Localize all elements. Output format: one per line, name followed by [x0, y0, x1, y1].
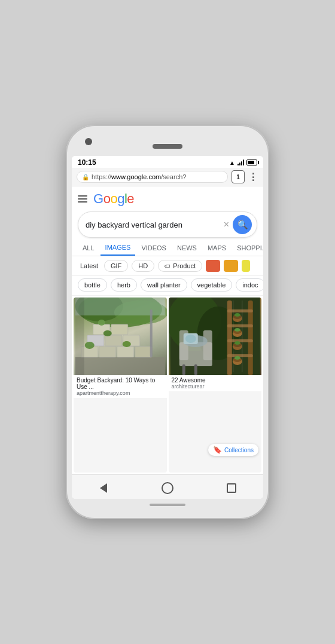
image-cinder-blocks — [74, 298, 167, 375]
status-time: 10:15 — [78, 158, 96, 167]
nav-home-btn[interactable] — [159, 480, 176, 496]
tab-images[interactable]: IMAGES — [100, 240, 136, 256]
chip-vegetable[interactable]: vegetable — [191, 278, 233, 292]
status-bar: 10:15 ▲ — [72, 156, 263, 168]
tab-maps[interactable]: MAPS — [203, 241, 231, 255]
suggestion-row: bottle herb wall planter vegetable indoc — [72, 276, 263, 296]
search-tabs: ALL IMAGES VIDEOS NEWS MAPS SHOPPI... — [72, 240, 263, 256]
color-swatch-yellow[interactable] — [242, 260, 250, 272]
tag-icon: 🏷 — [165, 263, 170, 269]
svg-point-50 — [185, 335, 196, 343]
collections-badge[interactable]: 🔖 Collections — [208, 444, 258, 456]
svg-rect-47 — [182, 364, 185, 375]
google-header: Google — [72, 186, 263, 209]
bottom-nav — [72, 474, 263, 499]
svg-point-17 — [123, 341, 131, 347]
svg-rect-45 — [203, 330, 212, 360]
filter-product-label: Product — [173, 262, 196, 269]
url-path: /search? — [161, 173, 186, 180]
search-box[interactable]: diy backyard vertical garden × 🔍 — [78, 211, 257, 238]
phone-bottom — [150, 499, 185, 511]
more-options-btn[interactable]: ⋮ — [248, 171, 258, 183]
svg-point-39 — [234, 341, 240, 345]
filter-gif[interactable]: GIF — [104, 260, 128, 272]
earpiece-speaker — [153, 144, 182, 149]
search-clear-btn[interactable]: × — [224, 219, 229, 230]
svg-rect-8 — [135, 346, 152, 357]
svg-point-36 — [234, 328, 240, 332]
signal-icon — [237, 160, 244, 165]
svg-rect-7 — [117, 346, 134, 357]
color-swatch-orange[interactable] — [224, 260, 238, 272]
url-bar-row: 🔒 https://www.google.com/search? 1 ⋮ — [72, 168, 263, 186]
logo-letter-o2: o — [110, 191, 117, 207]
chip-bottle[interactable]: bottle — [78, 278, 107, 292]
svg-rect-4 — [75, 357, 165, 375]
filter-product[interactable]: 🏷 Product — [158, 260, 202, 272]
tab-videos[interactable]: VIDEOS — [136, 241, 171, 255]
svg-point-15 — [103, 330, 112, 336]
image-wooden-planter — [169, 298, 262, 375]
search-icon: 🔍 — [237, 220, 248, 229]
image-source-left: apartmenttherapy.com — [77, 390, 164, 396]
front-camera — [85, 138, 92, 145]
chip-herb[interactable]: herb — [111, 278, 137, 292]
wooden-planter-svg — [169, 298, 262, 375]
image-card-right[interactable]: 22 Awesome architecturear 🔖 Collections — [169, 298, 262, 473]
chip-indoor[interactable]: indoc — [236, 278, 263, 292]
color-swatch-red[interactable] — [206, 260, 220, 272]
search-query-text: diy backyard vertical garden — [86, 220, 224, 229]
logo-letter-g: G — [93, 191, 103, 207]
image-caption-left: Budget Backyard: 10 Ways to Use ... apar… — [74, 375, 167, 398]
url-domain: www.google.com — [111, 173, 161, 180]
search-submit-btn[interactable]: 🔍 — [233, 215, 252, 234]
chip-wall-planter[interactable]: wall planter — [141, 278, 187, 292]
svg-point-14 — [85, 342, 95, 349]
logo-letter-o1: o — [103, 191, 111, 207]
svg-rect-18 — [150, 309, 153, 357]
back-icon — [100, 483, 107, 493]
logo-letter-e: e — [127, 191, 134, 207]
image-source-right: architecturear — [172, 384, 259, 390]
svg-rect-28 — [227, 354, 252, 357]
nav-recent-btn[interactable] — [223, 480, 240, 496]
phone-frame: 10:15 ▲ 🔒 — [66, 125, 269, 519]
wifi-icon: ▲ — [229, 160, 235, 166]
phone-screen: 10:15 ▲ 🔒 — [72, 156, 263, 499]
phone-top-hardware — [72, 136, 263, 152]
logo-letter-g2: g — [117, 191, 124, 207]
home-indicator — [150, 504, 185, 506]
status-icons: ▲ — [229, 160, 257, 166]
svg-rect-25 — [227, 309, 252, 312]
filter-row: Latest GIF HD 🏷 Product — [72, 256, 263, 276]
image-title-left: Budget Backyard: 10 Ways to Use ... — [77, 377, 164, 390]
battery-icon — [246, 160, 257, 165]
image-grid: Budget Backyard: 10 Ways to Use ... apar… — [72, 296, 263, 474]
svg-rect-48 — [194, 364, 197, 375]
url-bar[interactable]: 🔒 https://www.google.com/search? — [77, 171, 228, 183]
image-card-left[interactable]: Budget Backyard: 10 Ways to Use ... apar… — [74, 298, 167, 473]
url-text: https://www.google.com/search? — [92, 173, 223, 180]
tab-news[interactable]: NEWS — [172, 241, 202, 255]
cinder-blocks-svg — [74, 298, 167, 375]
tab-shopping[interactable]: SHOPPI... — [232, 241, 263, 255]
filter-hd[interactable]: HD — [132, 260, 154, 272]
collections-label: Collections — [224, 447, 254, 453]
menu-icon[interactable] — [78, 195, 87, 203]
filter-latest[interactable]: Latest — [78, 260, 100, 271]
nav-back-btn[interactable] — [95, 480, 112, 496]
svg-rect-6 — [99, 346, 116, 357]
tab-all[interactable]: ALL — [78, 241, 99, 255]
collections-icon: 🔖 — [213, 446, 222, 454]
svg-point-33 — [234, 313, 240, 317]
svg-point-16 — [98, 320, 105, 326]
recent-icon — [227, 483, 236, 493]
image-title-right: 22 Awesome — [172, 377, 259, 384]
google-logo: Google — [93, 191, 134, 207]
svg-rect-13 — [111, 324, 128, 335]
tab-count-btn[interactable]: 1 — [232, 170, 245, 183]
svg-rect-26 — [227, 324, 252, 327]
image-caption-right: 22 Awesome architecturear — [169, 375, 262, 391]
lock-icon: 🔒 — [82, 174, 89, 180]
home-icon — [162, 482, 173, 494]
